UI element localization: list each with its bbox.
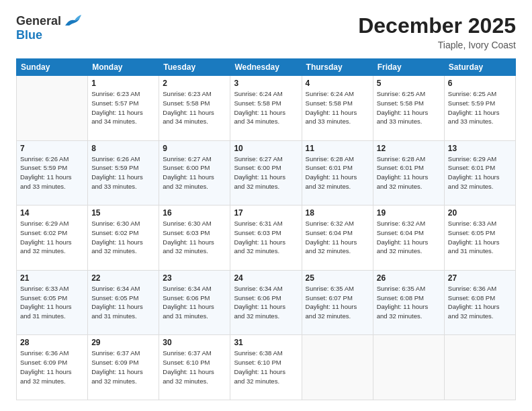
table-row: 28Sunrise: 6:36 AM Sunset: 6:09 PM Dayli… <box>17 335 88 400</box>
header: General Blue December 2025 Tiaple, Ivory… <box>16 13 516 50</box>
table-row: 26Sunrise: 6:35 AM Sunset: 6:08 PM Dayli… <box>373 270 444 335</box>
table-row: 12Sunrise: 6:28 AM Sunset: 6:01 PM Dayli… <box>373 140 444 205</box>
calendar-week-row: 7Sunrise: 6:26 AM Sunset: 5:59 PM Daylig… <box>17 140 516 205</box>
day-info: Sunrise: 6:30 AM Sunset: 6:02 PM Dayligh… <box>91 219 155 256</box>
day-info: Sunrise: 6:34 AM Sunset: 6:06 PM Dayligh… <box>163 284 226 321</box>
table-row: 31Sunrise: 6:38 AM Sunset: 6:10 PM Dayli… <box>230 335 302 400</box>
day-number: 6 <box>448 79 512 88</box>
day-number: 22 <box>91 273 155 283</box>
logo-general-text: General <box>16 14 61 28</box>
table-row: 17Sunrise: 6:31 AM Sunset: 6:03 PM Dayli… <box>230 205 302 271</box>
table-row: 13Sunrise: 6:29 AM Sunset: 6:01 PM Dayli… <box>444 140 515 205</box>
day-number: 15 <box>91 208 155 218</box>
calendar-week-row: 1Sunrise: 6:23 AM Sunset: 5:57 PM Daylig… <box>17 76 516 141</box>
table-row: 9Sunrise: 6:27 AM Sunset: 6:00 PM Daylig… <box>159 140 230 205</box>
day-info: Sunrise: 6:36 AM Sunset: 6:08 PM Dayligh… <box>448 284 512 321</box>
col-saturday: Saturday <box>444 59 515 76</box>
calendar-week-row: 14Sunrise: 6:29 AM Sunset: 6:02 PM Dayli… <box>17 205 516 271</box>
logo-blue-text: Blue <box>16 28 42 42</box>
table-row <box>302 335 373 400</box>
day-info: Sunrise: 6:30 AM Sunset: 6:03 PM Dayligh… <box>163 219 226 256</box>
col-sunday: Sunday <box>17 59 88 76</box>
table-row: 24Sunrise: 6:34 AM Sunset: 6:06 PM Dayli… <box>230 270 302 335</box>
day-number: 31 <box>234 338 298 347</box>
day-number: 14 <box>20 208 84 218</box>
day-info: Sunrise: 6:35 AM Sunset: 6:08 PM Dayligh… <box>377 284 441 321</box>
day-number: 12 <box>377 144 441 153</box>
col-friday: Friday <box>373 59 444 76</box>
location: Tiaple, Ivory Coast <box>358 40 516 50</box>
day-number: 3 <box>234 79 298 88</box>
table-row <box>373 335 444 400</box>
table-row: 4Sunrise: 6:24 AM Sunset: 5:58 PM Daylig… <box>302 76 373 141</box>
col-wednesday: Wednesday <box>230 59 302 76</box>
day-number: 26 <box>377 273 441 283</box>
table-row: 25Sunrise: 6:35 AM Sunset: 6:07 PM Dayli… <box>302 270 373 335</box>
calendar-week-row: 28Sunrise: 6:36 AM Sunset: 6:09 PM Dayli… <box>17 335 516 400</box>
day-number: 19 <box>377 208 441 218</box>
day-info: Sunrise: 6:33 AM Sunset: 6:05 PM Dayligh… <box>20 284 84 321</box>
day-number: 13 <box>448 144 512 153</box>
table-row <box>444 335 515 400</box>
calendar-header-row: Sunday Monday Tuesday Wednesday Thursday… <box>17 59 516 76</box>
day-number: 7 <box>20 144 84 153</box>
table-row: 30Sunrise: 6:37 AM Sunset: 6:10 PM Dayli… <box>159 335 230 400</box>
table-row: 2Sunrise: 6:23 AM Sunset: 5:58 PM Daylig… <box>159 76 230 141</box>
day-number: 28 <box>20 338 84 347</box>
month-title: December 2025 <box>358 13 516 38</box>
day-number: 8 <box>91 144 155 153</box>
day-number: 10 <box>234 144 298 153</box>
day-number: 27 <box>448 273 512 283</box>
day-number: 4 <box>306 79 369 88</box>
day-number: 18 <box>306 208 369 218</box>
day-info: Sunrise: 6:28 AM Sunset: 6:01 PM Dayligh… <box>377 154 441 191</box>
day-info: Sunrise: 6:31 AM Sunset: 6:03 PM Dayligh… <box>234 219 298 256</box>
day-number: 11 <box>306 144 369 153</box>
day-info: Sunrise: 6:23 AM Sunset: 5:58 PM Dayligh… <box>163 89 226 126</box>
day-info: Sunrise: 6:29 AM Sunset: 6:02 PM Dayligh… <box>20 219 84 256</box>
table-row: 18Sunrise: 6:32 AM Sunset: 6:04 PM Dayli… <box>302 205 373 271</box>
day-info: Sunrise: 6:32 AM Sunset: 6:04 PM Dayligh… <box>306 219 369 256</box>
table-row: 21Sunrise: 6:33 AM Sunset: 6:05 PM Dayli… <box>17 270 88 335</box>
day-info: Sunrise: 6:34 AM Sunset: 6:05 PM Dayligh… <box>91 284 155 321</box>
day-info: Sunrise: 6:27 AM Sunset: 6:00 PM Dayligh… <box>163 154 226 191</box>
day-number: 2 <box>163 79 226 88</box>
day-number: 9 <box>163 144 226 153</box>
table-row: 16Sunrise: 6:30 AM Sunset: 6:03 PM Dayli… <box>159 205 230 271</box>
table-row: 10Sunrise: 6:27 AM Sunset: 6:00 PM Dayli… <box>230 140 302 205</box>
day-info: Sunrise: 6:28 AM Sunset: 6:01 PM Dayligh… <box>306 154 369 191</box>
day-info: Sunrise: 6:37 AM Sunset: 6:10 PM Dayligh… <box>163 349 226 385</box>
day-number: 23 <box>163 273 226 283</box>
table-row: 23Sunrise: 6:34 AM Sunset: 6:06 PM Dayli… <box>159 270 230 335</box>
table-row: 19Sunrise: 6:32 AM Sunset: 6:04 PM Dayli… <box>373 205 444 271</box>
day-info: Sunrise: 6:27 AM Sunset: 6:00 PM Dayligh… <box>234 154 298 191</box>
table-row: 27Sunrise: 6:36 AM Sunset: 6:08 PM Dayli… <box>444 270 515 335</box>
table-row: 5Sunrise: 6:25 AM Sunset: 5:58 PM Daylig… <box>373 76 444 141</box>
day-info: Sunrise: 6:26 AM Sunset: 5:59 PM Dayligh… <box>20 154 84 191</box>
day-info: Sunrise: 6:24 AM Sunset: 5:58 PM Dayligh… <box>306 89 369 126</box>
table-row: 20Sunrise: 6:33 AM Sunset: 6:05 PM Dayli… <box>444 205 515 271</box>
day-number: 29 <box>91 338 155 347</box>
day-number: 5 <box>377 79 441 88</box>
table-row: 3Sunrise: 6:24 AM Sunset: 5:58 PM Daylig… <box>230 76 302 141</box>
day-info: Sunrise: 6:34 AM Sunset: 6:06 PM Dayligh… <box>234 284 298 321</box>
logo-bird-icon <box>62 13 81 28</box>
day-info: Sunrise: 6:24 AM Sunset: 5:58 PM Dayligh… <box>234 89 298 126</box>
day-number: 17 <box>234 208 298 218</box>
day-number: 30 <box>163 338 226 347</box>
table-row: 14Sunrise: 6:29 AM Sunset: 6:02 PM Dayli… <box>17 205 88 271</box>
day-number: 21 <box>20 273 84 283</box>
col-tuesday: Tuesday <box>159 59 230 76</box>
table-row: 1Sunrise: 6:23 AM Sunset: 5:57 PM Daylig… <box>88 76 159 141</box>
day-info: Sunrise: 6:35 AM Sunset: 6:07 PM Dayligh… <box>306 284 369 321</box>
title-block: December 2025 Tiaple, Ivory Coast <box>358 13 516 50</box>
day-info: Sunrise: 6:26 AM Sunset: 5:59 PM Dayligh… <box>91 154 155 191</box>
logo: General Blue <box>16 13 81 42</box>
table-row: 7Sunrise: 6:26 AM Sunset: 5:59 PM Daylig… <box>17 140 88 205</box>
day-number: 16 <box>163 208 226 218</box>
table-row: 15Sunrise: 6:30 AM Sunset: 6:02 PM Dayli… <box>88 205 159 271</box>
col-monday: Monday <box>88 59 159 76</box>
day-number: 24 <box>234 273 298 283</box>
day-number: 1 <box>91 79 155 88</box>
day-number: 20 <box>448 208 512 218</box>
